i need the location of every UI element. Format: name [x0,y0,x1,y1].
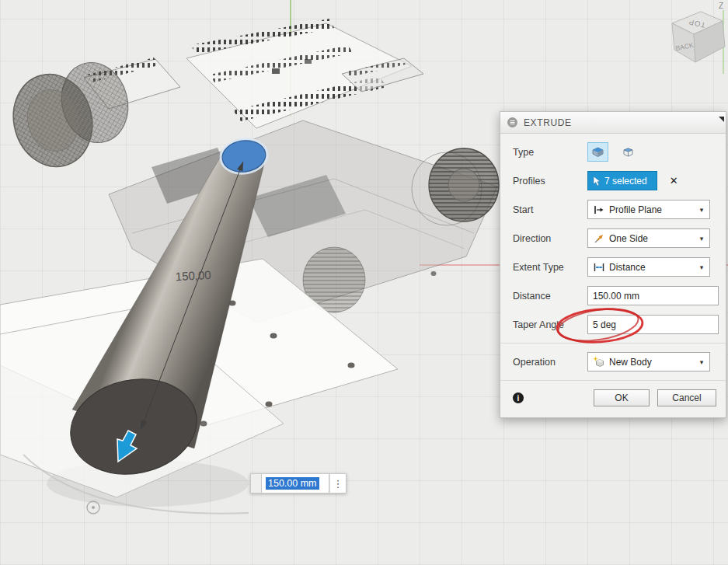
chevron-down-icon: ▾ [696,235,707,242]
operation-label: Operation [513,357,587,368]
extrude-dialog: EXTRUDE Type [500,111,726,418]
extrude-solid-type-button[interactable] [587,142,608,162]
direction-row: Direction One Side ▾ [500,224,726,253]
extrude-dialog-header[interactable]: EXTRUDE [500,112,726,134]
divider [500,380,726,381]
distance-row: Distance [500,281,726,310]
extent-type-value: Distance [607,262,696,273]
cancel-button[interactable]: Cancel [657,389,716,406]
start-value: Profile Plane [607,204,696,215]
type-row: Type [500,138,726,166]
direction-value: One Side [607,233,696,244]
extrude-thin-icon [621,145,636,159]
profiles-count: 7 selected [604,176,647,187]
profiles-label: Profiles [513,176,587,187]
distance-input[interactable] [587,286,719,305]
extrude-thin-type-button[interactable] [618,142,639,162]
operation-row: Operation New Body ▾ [500,347,726,376]
dimension-input-grip[interactable] [250,473,261,494]
distance-extent-icon [590,262,607,273]
chevron-down-icon: ▾ [696,263,707,271]
dialog-title: EXTRUDE [524,117,572,128]
type-label: Type [513,147,587,158]
clear-selection-icon[interactable]: ✕ [670,176,678,186]
extent-type-row: Extent Type Distance ▾ [500,253,726,281]
one-side-arrow-icon [590,233,607,244]
profile-plane-icon [590,204,607,215]
dialog-footer: i OK Cancel [500,385,726,417]
profiles-selected-button[interactable]: 7 selected [587,171,657,190]
view-cube[interactable]: Z TOP BACK [672,2,725,74]
taper-angle-label: Taper Angle [513,319,587,330]
dialog-menu-icon[interactable] [507,117,518,128]
dimension-label: 150,00 [175,268,211,283]
extent-type-label: Extent Type [513,262,587,273]
dimension-input-selected-text: 150.00 mm [266,477,319,490]
taper-angle-input[interactable] [587,315,719,334]
direction-label: Direction [513,233,587,244]
viewcube-z-axis-label: Z [719,2,723,10]
operation-value: New Body [607,357,696,368]
taper-angle-row: Taper Angle [500,310,726,339]
dimension-input-field[interactable]: 150.00 mm [261,473,329,494]
start-row: Start Profile Plane ▾ [500,195,726,224]
dimension-input-popup: 150.00 mm ⋮ [250,473,347,494]
vertical-dots-icon: ⋮ [333,478,343,490]
divider [500,343,726,344]
info-icon[interactable]: i [513,392,524,403]
chevron-down-icon: ▾ [696,206,707,214]
profiles-row: Profiles 7 selected ✕ [500,166,726,195]
direction-dropdown[interactable]: One Side ▾ [587,228,710,248]
extrude-solid-icon [590,145,605,159]
extent-type-dropdown[interactable]: Distance ▾ [587,257,710,277]
dimension-input-drag-handle[interactable]: ⋮ [329,473,347,494]
start-dropdown[interactable]: Profile Plane ▾ [587,200,710,219]
operation-dropdown[interactable]: New Body ▾ [587,352,710,371]
cursor-icon [593,176,601,187]
ok-button[interactable]: OK [594,389,650,406]
new-body-icon [590,356,607,368]
distance-label: Distance [513,291,587,302]
dialog-pin-icon[interactable] [719,117,724,122]
chevron-down-icon: ▾ [696,358,707,366]
start-label: Start [513,204,587,215]
